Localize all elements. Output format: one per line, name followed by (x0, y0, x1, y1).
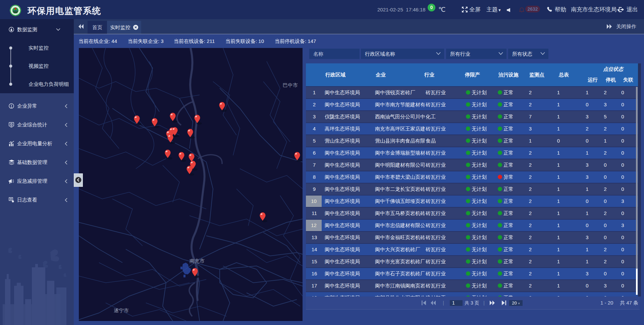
svg-text:巴中市: 巴中市 (283, 82, 298, 88)
svg-text:遂宁市: 遂宁市 (114, 308, 129, 313)
svg-text:南充市: 南充市 (190, 258, 205, 264)
